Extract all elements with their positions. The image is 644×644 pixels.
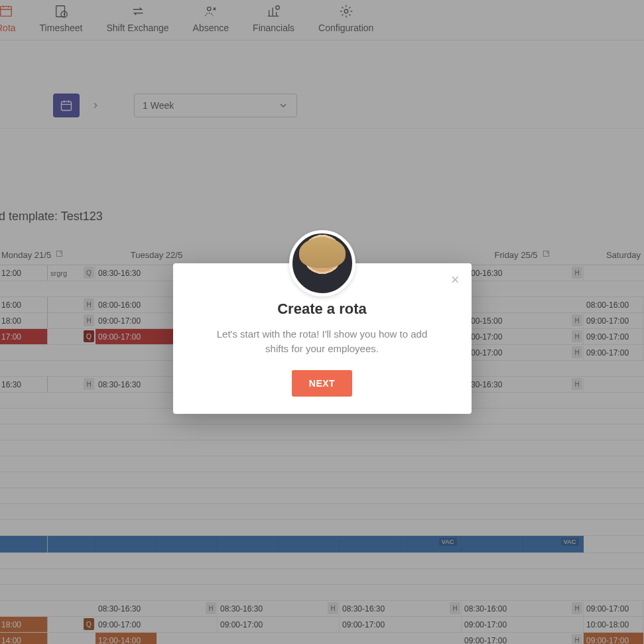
guide-avatar — [289, 230, 355, 296]
modal-title: Create a rota — [193, 300, 452, 318]
modal-overlay: × Create a rota Let's start with the rot… — [0, 0, 644, 644]
close-icon[interactable]: × — [451, 273, 460, 287]
next-button[interactable]: NEXT — [292, 370, 352, 397]
modal-body: Let's start with the rota! I'll show you… — [206, 327, 438, 356]
